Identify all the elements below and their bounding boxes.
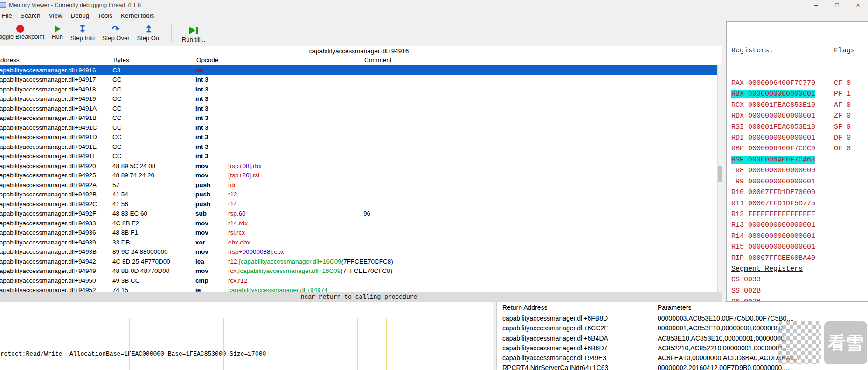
step-over-button[interactable]: ↷Step Over — [98, 23, 133, 46]
stack-return-address: capabilityaccessmanager.dll+6FB8D — [502, 314, 608, 322]
disasm-row[interactable]: capabilityaccessmanager.dll+94919CCint 3 — [0, 94, 722, 104]
disasm-row[interactable]: capabilityaccessmanager.dll+9492F48 83 E… — [0, 209, 722, 219]
disasm-args: rsp,60 — [228, 210, 363, 217]
flag-pf[interactable]: PF 1 — [834, 89, 868, 99]
register-r13[interactable]: R13 0000000000000001 — [731, 220, 868, 230]
menu-view[interactable]: View — [45, 10, 67, 21]
disasm-row[interactable]: capabilityaccessmanager.dll+9491DCCint 3 — [0, 133, 722, 142]
disasm-row[interactable]: capabilityaccessmanager.dll+9492C41 56pu… — [0, 199, 722, 209]
disasm-address: capabilityaccessmanager.dll+94916 — [0, 67, 112, 74]
disasm-opcode: mov — [195, 248, 228, 255]
disasm-row[interactable]: capabilityaccessmanager.dll+9492B41 54pu… — [0, 190, 722, 200]
disasm-address: capabilityaccessmanager.dll+94942 — [0, 258, 112, 265]
disasm-row[interactable]: capabilityaccessmanager.dll+94917CCint 3 — [0, 75, 722, 85]
stack-row[interactable]: capabilityaccessmanager.dll+6FB8D0000000… — [497, 314, 868, 323]
disasm-address: capabilityaccessmanager.dll+9491D — [0, 133, 112, 140]
flag-of[interactable]: OF 0 — [834, 143, 868, 154]
menu-tools[interactable]: Tools — [93, 10, 117, 21]
disasm-arg: (7FFCEE70CFC8) — [340, 267, 392, 274]
segment-ss[interactable]: SS 002B — [731, 286, 868, 296]
flag-sf[interactable]: SF 0 — [834, 122, 868, 133]
flag-zf[interactable]: ZF 0 — [834, 111, 868, 121]
disasm-address: capabilityaccessmanager.dll+9491C — [0, 124, 112, 131]
disasm-bytes: CC — [112, 86, 195, 93]
disasm-args: rsi,rcx — [228, 229, 363, 236]
segment-ds[interactable]: DS 002B — [731, 296, 868, 302]
register-r15[interactable]: R15 0000000000000001 — [731, 242, 868, 252]
menu-file[interactable]: File — [0, 10, 16, 21]
step-out-button[interactable]: ↥Step Out — [133, 23, 165, 46]
disasm-opcode: push — [195, 182, 228, 188]
disasm-bytes: CC — [112, 114, 195, 121]
scrollbar-thumb[interactable] — [718, 166, 722, 182]
disasm-row[interactable]: capabilityaccessmanager.dll+9491ECCint 3 — [0, 142, 722, 152]
flag-af[interactable]: AF 0 — [834, 100, 868, 111]
stack-row[interactable]: capabilityaccessmanager.dll+6B4DAAC853E1… — [497, 334, 868, 343]
minimize-button[interactable]: – — [806, 0, 826, 10]
register-r14[interactable]: R14 0000000000000001 — [731, 231, 868, 242]
register-value: R13 0000000000000001 — [731, 221, 815, 229]
disasm-row[interactable]: capabilityaccessmanager.dll+9491ACCint 3 — [0, 104, 722, 113]
disasm-row[interactable]: capabilityaccessmanager.dll+9491BCCint 3 — [0, 113, 722, 123]
stack-column-headers: Return Address Parameters — [497, 302, 868, 314]
disasm-row[interactable]: capabilityaccessmanager.dll+94916C3ret — [0, 65, 722, 75]
disasm-row[interactable]: capabilityaccessmanager.dll+949334C 8B F… — [0, 218, 722, 228]
run-till-button[interactable]: Run till... — [178, 23, 209, 46]
disasm-arg: 00000088 — [242, 248, 270, 255]
stack-row[interactable]: capabilityaccessmanager.dll+6B6D7AC85221… — [497, 343, 868, 353]
disasm-opcode: int 3 — [195, 133, 228, 140]
disasm-row[interactable]: capabilityaccessmanager.dll+9492A57pushr… — [0, 180, 722, 190]
register-r11[interactable]: R11 00007FFD1DF5D775 — [731, 198, 868, 209]
segment-cs[interactable]: CS 0033 — [731, 274, 868, 285]
menu-kernel-tools[interactable]: Kernel tools — [117, 10, 158, 21]
stack-row[interactable]: capabilityaccessmanager.dll+949E3AC8FEA1… — [497, 353, 868, 363]
step-into-button[interactable]: ↧Step Into — [67, 23, 98, 46]
disasm-row[interactable]: capabilityaccessmanager.dll+9492048 89 5… — [0, 161, 722, 171]
disasm-bytes: CC — [112, 105, 195, 112]
disasm-args: [rsp+20],rsi — [228, 172, 363, 179]
stack-row[interactable]: RPCRT4.NdrServerCallNdr64+1C6300000002,2… — [497, 363, 868, 370]
disasm-row[interactable]: capabilityaccessmanager.dll+9493B89 9C 2… — [0, 247, 722, 257]
maximize-button[interactable]: □ — [826, 0, 847, 10]
disasm-row[interactable]: capabilityaccessmanager.dll+9492548 89 7… — [0, 171, 722, 181]
disasm-row[interactable]: capabilityaccessmanager.dll+9493648 8B F… — [0, 228, 722, 238]
main-area: Toggle BreakpointRun↧Step Into↷Step Over… — [0, 21, 868, 302]
disasm-bytes: 41 54 — [112, 191, 195, 198]
stack-return-address: capabilityaccessmanager.dll+6B4DA — [502, 335, 608, 342]
disasm-address: capabilityaccessmanager.dll+94950 — [0, 277, 112, 284]
flag-cf[interactable]: CF 0 — [834, 78, 868, 89]
disasm-address: capabilityaccessmanager.dll+9492C — [0, 201, 112, 208]
disasm-arg: r14 — [228, 201, 237, 208]
stack-row[interactable]: capabilityaccessmanager.dll+6CC2E0000000… — [497, 323, 868, 333]
flag-df[interactable]: DF 0 — [834, 133, 868, 143]
register-r12[interactable]: R12 FFFFFFFFFFFFFFFF — [731, 209, 868, 220]
menu-search[interactable]: Search — [16, 10, 45, 21]
register-rip[interactable]: RIP 00007FFCEE60BA40 — [731, 253, 868, 264]
disasm-row[interactable]: capabilityaccessmanager.dll+949424C 8D 2… — [0, 257, 722, 266]
close-button[interactable]: × — [847, 0, 868, 10]
disasm-opcode: je — [195, 286, 228, 292]
register-r10[interactable]: R10 00007FFD1DE70000 — [731, 187, 868, 198]
hex-column-separator — [357, 318, 358, 370]
menubar: FileSearchViewDebugToolsKernel tools — [0, 10, 868, 21]
disasm-arg: r12, — [228, 258, 239, 265]
run-button[interactable]: Run — [48, 23, 67, 46]
disasm-arg: rcx, — [228, 267, 238, 274]
menu-debug[interactable]: Debug — [67, 10, 94, 21]
disasm-address: capabilityaccessmanager.dll+94918 — [0, 86, 112, 93]
register-r9[interactable]: R9 0000000000000001 — [731, 176, 868, 187]
register-value: RSI 000001FEAC853E10 — [731, 123, 815, 131]
disasm-row[interactable]: capabilityaccessmanager.dll+9495274 15je… — [0, 286, 722, 292]
disasm-row[interactable]: capabilityaccessmanager.dll+9491FCCint 3 — [0, 152, 722, 161]
disasm-row[interactable]: capabilityaccessmanager.dll+9491CCCint 3 — [0, 123, 722, 133]
toolbar-label: Step Into — [70, 35, 95, 42]
pane-splitter[interactable] — [493, 302, 497, 370]
disasm-row[interactable]: capabilityaccessmanager.dll+9493933 DBxo… — [0, 237, 722, 247]
register-value: R12 FFFFFFFFFFFFFFFF — [731, 210, 815, 218]
breakpoint-button[interactable]: Toggle Breakpoint — [0, 23, 48, 46]
disasm-row[interactable]: capabilityaccessmanager.dll+94918CCint 3 — [0, 84, 722, 94]
disasm-row[interactable]: capabilityaccessmanager.dll+9495049 3B C… — [0, 276, 722, 286]
disasm-row[interactable]: capabilityaccessmanager.dll+9494948 8B 0… — [0, 266, 722, 276]
disassembler-scrollbar[interactable] — [717, 65, 722, 292]
disasm-address: capabilityaccessmanager.dll+94933 — [0, 220, 112, 227]
